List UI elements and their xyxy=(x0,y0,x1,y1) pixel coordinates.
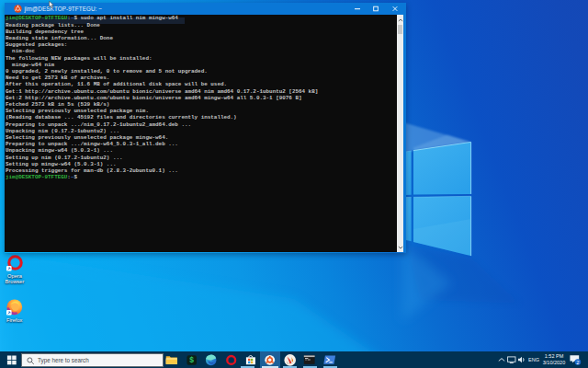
svg-text:2: 2 xyxy=(576,360,579,365)
svg-text:$: $ xyxy=(189,355,194,364)
